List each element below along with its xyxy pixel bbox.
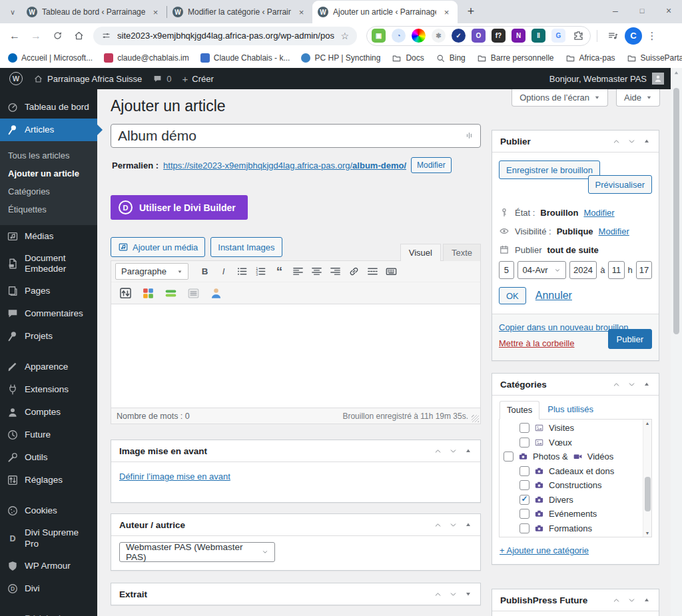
bookmark-item[interactable]: SuissePartage: [627, 53, 682, 63]
adminbar-new-button[interactable]: + Créer: [177, 68, 219, 89]
scroll-down-icon[interactable]: ▼: [643, 531, 651, 535]
green-bars-icon[interactable]: [162, 285, 180, 302]
color-wheel-ext-icon[interactable]: [412, 29, 426, 43]
preview-button[interactable]: Prévisualiser: [588, 175, 652, 194]
sidebar-item-apparence[interactable]: Apparence: [0, 356, 97, 378]
sidebar-item-projets[interactable]: Projets: [0, 325, 97, 348]
edit-status-link[interactable]: Modifier: [583, 208, 614, 218]
move-down-icon[interactable]: [625, 378, 638, 391]
bookmark-item[interactable]: Accueil | Microsoft...: [8, 53, 93, 63]
maximize-button[interactable]: □: [629, 0, 655, 21]
move-up-icon[interactable]: [431, 587, 444, 601]
move-up-icon[interactable]: [609, 135, 623, 148]
menu-kebab-icon[interactable]: ⋮: [645, 30, 659, 42]
move-up-icon[interactable]: [609, 378, 623, 391]
move-down-icon[interactable]: [625, 593, 638, 607]
scrollbar-thumb[interactable]: [645, 477, 651, 511]
move-up-icon[interactable]: [609, 593, 623, 607]
forward-icon[interactable]: →: [27, 27, 45, 45]
divi-builder-button[interactable]: D Utiliser le Divi Builder: [111, 195, 248, 220]
instant-images-button[interactable]: Instant Images: [210, 237, 282, 257]
bookmark-item[interactable]: Bing: [436, 53, 466, 63]
year-input[interactable]: 2024: [569, 261, 597, 279]
toolbar-toggle-icon[interactable]: [382, 263, 400, 280]
wp-logo[interactable]: W: [4, 68, 28, 89]
sidebar-item-reglages[interactable]: Réglages: [0, 469, 97, 491]
site-info-icon[interactable]: [101, 31, 111, 41]
author-select[interactable]: Webmaster PAS (Webmaster PAS): [119, 542, 275, 562]
category-checkbox[interactable]: [519, 495, 529, 505]
toggle-icon[interactable]: [462, 518, 475, 531]
minimize-button[interactable]: –: [602, 0, 629, 21]
featured-image-header[interactable]: Image mise en avant: [111, 440, 480, 462]
tab-visual[interactable]: Visuel: [400, 244, 441, 261]
profile-avatar[interactable]: C: [625, 27, 642, 45]
author-header[interactable]: Auteur / autrice: [111, 514, 480, 535]
check-ext-icon[interactable]: ✓: [452, 29, 466, 43]
category-checkbox[interactable]: [519, 480, 529, 490]
bold-button[interactable]: B: [196, 263, 214, 280]
sidebar-item-commentaires[interactable]: Commentaires: [0, 302, 97, 325]
move-down-icon[interactable]: [446, 518, 460, 531]
sidebar-subitem-tous-les-articles[interactable]: Tous les articles: [0, 147, 97, 164]
sidebar-item-articles[interactable]: Articles: [0, 119, 97, 141]
link-icon[interactable]: [345, 263, 363, 280]
translate-ext-icon[interactable]: G: [551, 29, 565, 43]
browser-tab[interactable]: WModifier la catégorie ‹ Parrainag×: [167, 1, 312, 23]
scroll-up-icon[interactable]: [671, 70, 682, 76]
sidebar-item-document-embedder[interactable]: Document Embedder: [0, 248, 97, 280]
page-scrollbar[interactable]: [671, 68, 682, 616]
swirl-ext-icon[interactable]: ◔: [392, 29, 406, 43]
close-button[interactable]: ×: [655, 0, 682, 21]
scrollbar-thumb[interactable]: [673, 88, 679, 334]
sidebar-item-divi[interactable]: DDivi: [0, 577, 97, 600]
move-to-trash-link[interactable]: Mettre à la corbeille: [499, 338, 574, 348]
align-right-icon[interactable]: [326, 263, 344, 280]
editor-canvas[interactable]: [111, 304, 480, 408]
toggle-icon[interactable]: [640, 135, 653, 148]
align-left-icon[interactable]: [289, 263, 307, 280]
day-input[interactable]: 5: [499, 261, 514, 279]
cancel-link[interactable]: Annuler: [535, 290, 572, 302]
shortcode-grid-icon[interactable]: [139, 285, 157, 302]
sidebar-item-tableau-de-bord[interactable]: Tableau de bord: [0, 96, 97, 119]
resize-grip[interactable]: [472, 415, 479, 422]
permalink-link[interactable]: https://site2023-x9emjbhqkjgd4lag.africa…: [163, 160, 406, 170]
sidebar-item-reduire-le-menu[interactable]: Réduire le menu: [0, 608, 97, 616]
excerpt-header[interactable]: Extrait: [111, 583, 480, 605]
reload-icon[interactable]: [48, 27, 67, 45]
move-down-icon[interactable]: [446, 587, 460, 601]
o-ring-ext-icon[interactable]: O: [472, 29, 486, 43]
numbered-list-icon[interactable]: 123: [252, 263, 270, 280]
edit-visibility-link[interactable]: Modifier: [599, 226, 629, 236]
categories-scrollbar[interactable]: ▲ ▼: [643, 420, 651, 537]
sidebar-subitem-categories[interactable]: Catégories: [0, 182, 97, 200]
import-export-icon[interactable]: [117, 285, 135, 302]
move-up-icon[interactable]: [431, 518, 444, 531]
add-media-button[interactable]: Ajouter un média: [111, 237, 205, 257]
bookmark-item[interactable]: Africa-pas: [565, 53, 615, 63]
fn-ext-icon[interactable]: f?: [492, 29, 506, 43]
category-checkbox[interactable]: [519, 466, 529, 476]
ok-button[interactable]: OK: [499, 287, 526, 304]
browser-tab[interactable]: WAjouter un article ‹ Parrainage A×: [312, 1, 458, 23]
help-button[interactable]: Aide: [616, 89, 660, 107]
gear-ext-icon[interactable]: ✱: [432, 29, 446, 43]
bookmark-item[interactable]: Docs: [392, 53, 424, 63]
bookmark-star-icon[interactable]: ☆: [340, 31, 349, 41]
sidebar-item-future[interactable]: Future: [0, 424, 97, 446]
sidebar-item-cookies[interactable]: Cookies: [0, 499, 97, 522]
adminbar-comments[interactable]: 0: [147, 68, 176, 89]
publish-button[interactable]: Publier: [608, 329, 652, 349]
puzzle-ext-icon[interactable]: [571, 29, 585, 43]
bookmark-item[interactable]: claude@chablais.im: [104, 53, 189, 63]
align-center-icon[interactable]: [308, 263, 326, 280]
categories-header[interactable]: Catégories: [492, 374, 659, 395]
hour-input[interactable]: 11: [608, 261, 624, 279]
new-tab-button[interactable]: +: [462, 2, 480, 21]
tab-text[interactable]: Texte: [443, 244, 481, 261]
tab-close-icon[interactable]: ×: [441, 7, 452, 18]
sidebar-item-comptes[interactable]: Comptes: [0, 401, 97, 424]
toggle-icon[interactable]: [462, 444, 475, 458]
save-draft-button[interactable]: Enregistrer le brouillon: [499, 160, 600, 179]
